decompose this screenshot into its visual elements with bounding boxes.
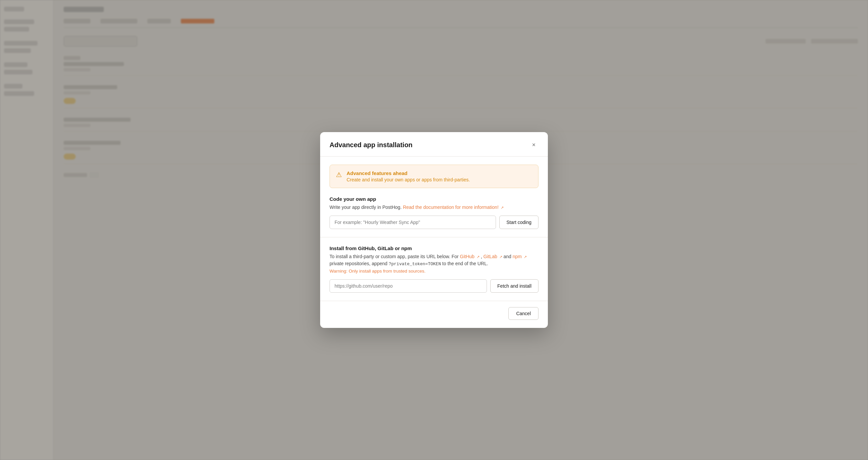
warning-body: Create and install your own apps or apps… [347,177,470,182]
repo-url-input[interactable] [330,279,487,293]
doc-link[interactable]: Read the documentation for more informat… [403,204,504,210]
npm-external-icon: ↗ [524,254,527,260]
install-warning-text: Warning: Only install apps from trusted … [330,268,426,274]
section-divider [320,237,548,237]
warning-banner: ⚠ Advanced features ahead Create and ins… [330,165,538,188]
cancel-button[interactable]: Cancel [508,307,538,320]
install-desc-before: To install a third-party or custom app, … [330,254,459,259]
npm-label: npm [513,254,522,259]
external-link-icon: ↗ [501,205,504,210]
start-coding-button[interactable]: Start coding [499,215,538,229]
code-own-app-section: Code your own app Write your app directl… [330,196,538,229]
token-param: ?private_token=TOKEN [389,261,441,266]
code-section-desc: Write your app directly in PostHog. Read… [330,204,538,211]
modal-footer: Cancel [320,301,548,328]
app-name-input[interactable] [330,215,496,229]
gitlab-label: GitLab [483,254,497,259]
doc-link-text: Read the documentation for more informat… [403,204,499,210]
npm-link[interactable]: npm ↗ [513,254,527,259]
fetch-install-label: Fetch and install [497,283,531,289]
install-desc-middle: and [504,254,512,259]
start-coding-label: Start coding [506,220,531,225]
github-external-icon: ↗ [476,254,479,260]
code-desc-before: Write your app directly in PostHog. [330,204,402,210]
close-button[interactable]: × [529,140,538,149]
install-desc-end: to the end of the URL. [442,261,488,266]
cancel-label: Cancel [516,311,531,316]
install-input-row: Fetch and install [330,279,538,293]
install-desc-after: private repositories, append [330,261,388,266]
code-input-row: Start coding [330,215,538,229]
code-section-title: Code your own app [330,196,538,202]
github-label: GitHub [460,254,474,259]
modal-title: Advanced app installation [330,141,412,149]
modal-header: Advanced app installation × [320,132,548,156]
warning-text: Advanced features ahead Create and insta… [347,170,470,182]
gitlab-external-icon: ↗ [499,254,502,260]
warning-triangle-icon: ⚠ [336,171,342,179]
warning-title: Advanced features ahead [347,170,470,176]
install-github-section: Install from GitHub, GitLab or npm To in… [330,246,538,293]
fetch-and-install-button[interactable]: Fetch and install [490,279,538,293]
install-section-desc: To install a third-party or custom app, … [330,253,538,275]
advanced-app-installation-modal: Advanced app installation × ⚠ Advanced f… [320,132,548,328]
gitlab-link[interactable]: GitLab ↗ [483,254,503,259]
close-icon: × [532,142,536,148]
modal-body: ⚠ Advanced features ahead Create and ins… [320,156,548,301]
install-section-title: Install from GitHub, GitLab or npm [330,246,538,251]
github-link[interactable]: GitHub ↗ [460,254,480,259]
